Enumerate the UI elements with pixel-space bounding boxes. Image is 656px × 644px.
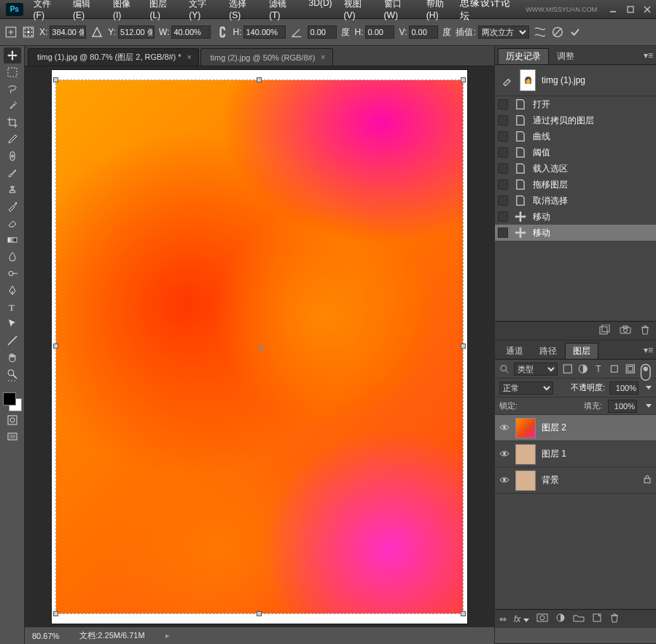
foreground-color-swatch[interactable] bbox=[3, 392, 16, 406]
commit-transform-icon[interactable] bbox=[569, 26, 582, 39]
cancel-transform-icon[interactable] bbox=[551, 26, 564, 39]
close-button[interactable] bbox=[639, 4, 656, 15]
w-input[interactable] bbox=[171, 26, 211, 39]
layer-thumbnail[interactable] bbox=[515, 418, 536, 438]
new-group-icon[interactable] bbox=[573, 613, 585, 624]
link-layers-icon[interactable]: ⇔ bbox=[499, 614, 507, 624]
delta-icon[interactable] bbox=[90, 26, 104, 39]
history-item[interactable]: 拖移图层 bbox=[495, 176, 656, 193]
reference-point-icon[interactable] bbox=[22, 26, 35, 39]
clone-stamp-tool[interactable] bbox=[4, 182, 21, 198]
menu-view[interactable]: 视图(V) bbox=[340, 0, 377, 22]
tab-history[interactable]: 历史记录 bbox=[498, 48, 549, 64]
history-source[interactable]: 👩 timg (1).jpg bbox=[495, 65, 656, 96]
visibility-toggle-icon[interactable] bbox=[499, 423, 509, 433]
history-state-toggle[interactable] bbox=[498, 212, 508, 222]
zoom-level[interactable]: 80.67% bbox=[32, 632, 59, 640]
x-input[interactable] bbox=[50, 26, 86, 39]
brush-tool[interactable] bbox=[4, 165, 21, 181]
layer-name[interactable]: 图层 1 bbox=[542, 448, 566, 460]
tab-paths[interactable]: 路径 bbox=[531, 343, 565, 359]
blend-mode-select[interactable]: 正常 bbox=[499, 381, 553, 395]
interp-select[interactable]: 两次立方 bbox=[478, 26, 529, 39]
close-icon[interactable]: × bbox=[187, 53, 192, 61]
history-item[interactable]: 移动 bbox=[495, 225, 656, 241]
transform-handle[interactable] bbox=[461, 611, 466, 616]
transform-handle[interactable] bbox=[53, 77, 58, 82]
y-input[interactable] bbox=[118, 26, 155, 39]
history-brush-tool[interactable] bbox=[4, 198, 21, 214]
visibility-toggle-icon[interactable] bbox=[499, 449, 509, 459]
filter-toggle-icon[interactable] bbox=[640, 363, 652, 375]
healing-brush-tool[interactable] bbox=[4, 148, 21, 164]
visibility-toggle-icon[interactable] bbox=[499, 476, 509, 486]
menu-edit[interactable]: 编辑(E) bbox=[69, 0, 106, 22]
layer-thumbnail[interactable] bbox=[515, 444, 536, 465]
history-brush-source-icon[interactable] bbox=[501, 74, 514, 87]
chevron-down-icon[interactable] bbox=[646, 386, 652, 389]
angle-input[interactable] bbox=[308, 26, 337, 39]
menu-file[interactable]: 文件(F) bbox=[29, 0, 66, 22]
magic-wand-tool[interactable] bbox=[4, 98, 21, 114]
minimize-button[interactable] bbox=[604, 4, 622, 15]
filter-smart-icon[interactable] bbox=[625, 363, 636, 375]
layer-name[interactable]: 背景 bbox=[542, 474, 559, 486]
lasso-tool[interactable] bbox=[4, 81, 21, 97]
new-layer-icon[interactable] bbox=[592, 613, 602, 625]
layer-row[interactable]: 图层 2 bbox=[495, 415, 656, 441]
history-item[interactable]: 打开 bbox=[495, 96, 656, 112]
eyedropper-tool[interactable] bbox=[4, 131, 21, 147]
tab-adjustments[interactable]: 调整 bbox=[549, 48, 582, 64]
tab-channels[interactable]: 通道 bbox=[498, 343, 531, 359]
history-state-toggle[interactable] bbox=[498, 147, 508, 158]
document-tab-2[interactable]: timg (2).jpg @ 50% (RGB/8#) × bbox=[200, 48, 333, 66]
line-tool[interactable] bbox=[4, 333, 21, 349]
hskew-input[interactable] bbox=[365, 26, 394, 39]
gradient-tool[interactable] bbox=[4, 232, 21, 248]
history-item[interactable]: 移动 bbox=[495, 209, 656, 225]
transform-handle[interactable] bbox=[461, 77, 466, 82]
transform-handle[interactable] bbox=[53, 611, 58, 616]
panel-menu-icon[interactable]: ▾≡ bbox=[644, 345, 653, 355]
quick-mask-icon[interactable] bbox=[4, 412, 21, 428]
type-tool[interactable]: T bbox=[4, 299, 21, 315]
canvas[interactable] bbox=[52, 70, 467, 624]
filter-pixel-icon[interactable] bbox=[562, 363, 574, 375]
transform-center-icon[interactable] bbox=[257, 344, 262, 349]
history-item[interactable]: 阈值 bbox=[495, 144, 656, 160]
warp-icon[interactable] bbox=[534, 26, 547, 39]
menu-3d[interactable]: 3D(D) bbox=[305, 0, 337, 22]
transform-handle[interactable] bbox=[461, 344, 466, 349]
layer-thumbnail[interactable] bbox=[515, 470, 536, 491]
dodge-tool[interactable] bbox=[4, 265, 21, 282]
link-wh-icon[interactable] bbox=[215, 26, 228, 39]
history-item[interactable]: 取消选择 bbox=[495, 193, 656, 209]
layer-style-icon[interactable]: fx bbox=[514, 614, 529, 624]
vskew-input[interactable] bbox=[409, 26, 438, 39]
menu-filter[interactable]: 滤镜(T) bbox=[265, 0, 301, 22]
transform-handle[interactable] bbox=[53, 344, 58, 349]
fill-input[interactable] bbox=[608, 400, 637, 413]
transform-tool-icon[interactable] bbox=[4, 26, 17, 39]
history-state-toggle[interactable] bbox=[498, 163, 508, 174]
transform-handle[interactable] bbox=[257, 611, 262, 616]
tab-layers[interactable]: 图层 bbox=[565, 343, 598, 359]
create-document-from-state-icon[interactable] bbox=[599, 325, 611, 337]
layer-name[interactable]: 图层 2 bbox=[542, 422, 566, 434]
new-snapshot-icon[interactable] bbox=[620, 325, 631, 336]
transform-handle[interactable] bbox=[257, 77, 262, 82]
history-item[interactable]: 载入选区 bbox=[495, 160, 656, 176]
layer-filter-type[interactable]: 类型 bbox=[514, 362, 558, 376]
history-item[interactable]: 曲线 bbox=[495, 128, 656, 144]
opacity-input[interactable] bbox=[609, 381, 639, 395]
path-selection-tool[interactable] bbox=[4, 316, 21, 332]
filter-type-text-icon[interactable]: T bbox=[593, 363, 605, 375]
adjustment-layer-icon[interactable] bbox=[555, 613, 566, 625]
layer-mask-icon[interactable] bbox=[536, 613, 548, 624]
menu-layer[interactable]: 图层(L) bbox=[145, 0, 181, 22]
close-icon[interactable]: × bbox=[321, 53, 325, 61]
transform-bounding-box[interactable] bbox=[56, 80, 463, 613]
status-caret-icon[interactable]: ▸ bbox=[165, 631, 170, 640]
history-state-toggle[interactable] bbox=[498, 115, 508, 125]
screen-mode-icon[interactable] bbox=[4, 429, 21, 445]
